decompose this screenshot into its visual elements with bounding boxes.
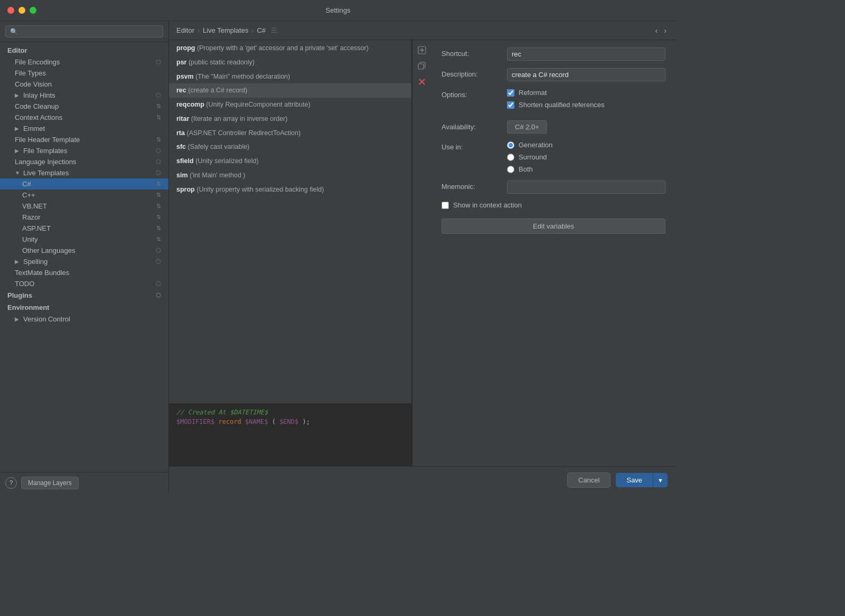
- sidebar-item-inlay-hints[interactable]: ▶ Inlay Hints ⬡: [0, 90, 168, 101]
- show-context-label: Show in context action: [453, 201, 522, 209]
- breadcrumb-bar: Editor › Live Templates › C# ☰ ‹ ›: [169, 21, 676, 40]
- edit-variables-button[interactable]: Edit variables: [442, 219, 665, 234]
- breadcrumb-sep2: ›: [251, 27, 253, 34]
- minimize-button[interactable]: [18, 7, 25, 14]
- breadcrumb-live-templates: Live Templates: [203, 26, 248, 34]
- template-item-rec[interactable]: rec (create a C# record): [169, 83, 411, 98]
- help-button[interactable]: ?: [5, 477, 17, 489]
- sidebar-item-version-control[interactable]: ▶ Version Control: [0, 314, 168, 325]
- search-icon: 🔍: [10, 28, 18, 35]
- template-code-comment: // Created At $DATETIME$: [176, 409, 404, 416]
- options-row: Options: Reformat Shorten qualified refe…: [442, 89, 665, 113]
- sidebar-item-file-encodings[interactable]: File Encodings ⬡: [0, 56, 168, 68]
- radio-both: Both: [507, 165, 665, 173]
- template-item-sfield[interactable]: sfield (Unity serialized field): [169, 154, 411, 168]
- description-input[interactable]: [507, 68, 665, 81]
- sidebar-item-razor[interactable]: Razor ⇅: [0, 212, 168, 223]
- sidebar-section-editor: Editor: [0, 44, 168, 56]
- shortcut-input[interactable]: [507, 48, 665, 61]
- breadcrumb-sep1: ›: [198, 27, 200, 34]
- generation-label: Generation: [519, 141, 552, 149]
- file-templates-icon: ⬡: [156, 147, 161, 154]
- template-item-ritar[interactable]: ritar (Iterate an array in inverse order…: [169, 112, 411, 126]
- breadcrumb-icon: ☰: [271, 26, 277, 34]
- options-label: Options:: [442, 89, 500, 99]
- reformat-checkbox[interactable]: [507, 89, 514, 97]
- generation-radio[interactable]: [507, 141, 514, 149]
- maximize-button[interactable]: [30, 7, 36, 14]
- shortcut-row: Shortcut:: [442, 48, 665, 61]
- sidebar-item-file-types[interactable]: File Types: [0, 68, 168, 79]
- cancel-button[interactable]: Cancel: [567, 472, 611, 488]
- copy-template-button[interactable]: [415, 59, 429, 73]
- mnemonic-input[interactable]: [507, 181, 665, 194]
- chevron-right-icon2: ▶: [15, 126, 21, 131]
- template-item-psr[interactable]: psr (public static readonly): [169, 55, 411, 70]
- sidebar-item-language-injections[interactable]: Language Injections ⬡: [0, 156, 168, 167]
- shortcut-label: Shortcut:: [442, 48, 500, 58]
- file-header-icon: ⇅: [156, 136, 161, 143]
- breadcrumb-forward-button[interactable]: ›: [662, 25, 669, 36]
- chevron-right-icon5: ▶: [15, 316, 21, 322]
- template-item-reqcomp[interactable]: reqcomp (Unity RequireComponent attribut…: [169, 98, 411, 112]
- reformat-label: Reformat: [519, 89, 547, 97]
- manage-layers-button[interactable]: Manage Layers: [21, 477, 79, 489]
- close-button[interactable]: [7, 7, 14, 14]
- template-item-sim[interactable]: sim ('int Main' method ): [169, 168, 411, 183]
- sidebar-item-live-templates[interactable]: ▼ Live Templates ⬡: [0, 167, 168, 178]
- sidebar-item-emmet[interactable]: ▶ Emmet: [0, 123, 168, 134]
- template-item-psvm[interactable]: psvm (The "Main" method declaration): [169, 70, 411, 84]
- sidebar-item-cpp[interactable]: C++ ⇅: [0, 189, 168, 201]
- availability-button[interactable]: C# 2.0+: [507, 120, 547, 134]
- sidebar-item-code-vision[interactable]: Code Vision: [0, 79, 168, 90]
- sidebar-item-other-langs[interactable]: Other Languages ⬡: [0, 245, 168, 256]
- shorten-label: Shorten qualified references: [519, 101, 605, 109]
- breadcrumb-navigation: ‹ ›: [653, 25, 669, 36]
- add-template-button[interactable]: [415, 43, 429, 57]
- sidebar-item-unity[interactable]: Unity ⇅: [0, 234, 168, 245]
- search-bar: 🔍: [0, 21, 168, 42]
- sidebar-item-code-cleanup[interactable]: Code Cleanup ⇅: [0, 101, 168, 112]
- live-templates-icon: ⬡: [156, 169, 161, 176]
- sidebar-item-file-templates[interactable]: ▶ File Templates ⬡: [0, 145, 168, 156]
- template-item-rta[interactable]: rta (ASP.NET Controller RedirectToAction…: [169, 126, 411, 140]
- sidebar-item-vbnet[interactable]: VB.NET ⇅: [0, 201, 168, 212]
- sidebar-footer: ? Manage Layers: [0, 472, 168, 494]
- save-dropdown-arrow[interactable]: ▼: [653, 473, 668, 487]
- todo-icon: ⬡: [156, 280, 161, 287]
- save-button[interactable]: Save: [616, 473, 653, 487]
- template-item-sprop[interactable]: sprop (Unity property with serialized ba…: [169, 183, 411, 197]
- surround-radio[interactable]: [507, 154, 514, 161]
- shorten-checkbox[interactable]: [507, 101, 514, 109]
- breadcrumb-back-button[interactable]: ‹: [653, 25, 660, 36]
- description-value: [507, 68, 665, 81]
- template-list-panel: propg (Property with a 'get' accessor an…: [169, 40, 412, 466]
- file-encodings-icon: ⬡: [156, 59, 161, 65]
- lang-inject-icon: ⬡: [156, 158, 161, 165]
- mnemonic-label: Mnemonic:: [442, 181, 500, 191]
- template-item-sfc[interactable]: sfc (Safely cast variable): [169, 140, 411, 154]
- chevron-right-icon: ▶: [15, 92, 21, 98]
- modifier-var: $MODIFIER$: [176, 418, 214, 425]
- both-radio[interactable]: [507, 166, 514, 173]
- radio-generation: Generation: [507, 141, 665, 149]
- delete-template-button[interactable]: [415, 75, 429, 89]
- sidebar-item-textmate[interactable]: TextMate Bundles: [0, 267, 168, 278]
- sidebar-item-aspnet[interactable]: ASP.NET ⇅: [0, 223, 168, 234]
- aspnet-icon: ⇅: [156, 225, 161, 232]
- plugins-icon: ⬡: [156, 292, 161, 299]
- template-item-propg[interactable]: propg (Property with a 'get' accessor an…: [169, 41, 411, 55]
- sidebar-item-file-header[interactable]: File Header Template ⇅: [0, 134, 168, 145]
- sidebar-item-csharp[interactable]: C# ⇅: [0, 178, 168, 189]
- svg-rect-4: [418, 64, 424, 69]
- sidebar-item-spelling[interactable]: ▶ Spelling ⬡: [0, 256, 168, 267]
- show-context-checkbox[interactable]: [442, 202, 449, 209]
- sidebar-item-todo[interactable]: TODO ⬡: [0, 278, 168, 289]
- sidebar-item-context-actions[interactable]: Context Actions ⇅: [0, 112, 168, 123]
- search-wrap[interactable]: 🔍: [5, 25, 163, 37]
- sidebar-section-environment: Environment: [0, 301, 168, 314]
- chevron-right-icon3: ▶: [15, 148, 21, 154]
- search-input[interactable]: [21, 27, 158, 35]
- template-code-preview: // Created At $DATETIME$ $MODIFIER$ reco…: [169, 403, 411, 466]
- radio-surround: Surround: [507, 153, 665, 161]
